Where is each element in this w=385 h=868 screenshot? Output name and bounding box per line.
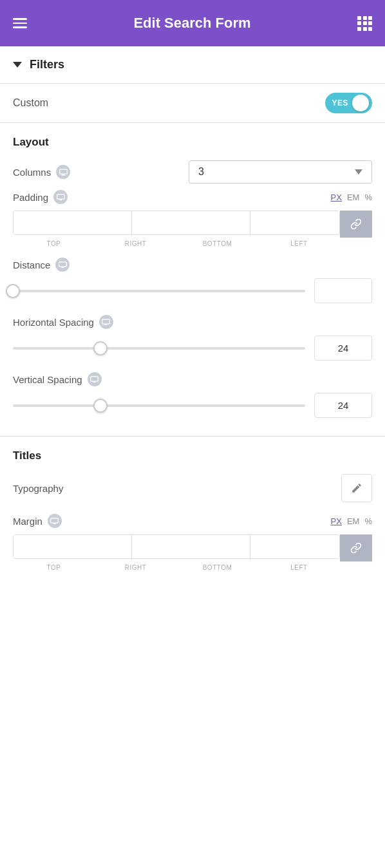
padding-unit-em[interactable]: EM [347, 193, 360, 202]
svg-rect-5 [59, 261, 67, 266]
horizontal-spacing-header-row: Horizontal Spacing [13, 315, 372, 329]
padding-left-label: LEFT [258, 240, 340, 247]
toggle-knob [352, 95, 369, 111]
distance-slider-thumb[interactable] [6, 284, 20, 298]
padding-bottom-input[interactable] [250, 211, 340, 234]
columns-dropdown-arrow-icon [355, 169, 362, 175]
distance-value-input[interactable] [314, 278, 372, 303]
svg-rect-7 [102, 319, 110, 323]
margin-right-input[interactable] [132, 535, 250, 558]
padding-unit-px[interactable]: PX [331, 193, 342, 202]
margin-labels-row: TOP RIGHT BOTTOM LEFT [13, 564, 372, 571]
vertical-spacing-monitor-icon [88, 372, 102, 386]
margin-unit-percent[interactable]: % [364, 516, 372, 526]
distance-label-group: Distance [13, 258, 70, 272]
padding-right-input[interactable] [132, 211, 250, 234]
margin-top-input[interactable] [14, 535, 132, 558]
horizontal-spacing-label-group: Horizontal Spacing [13, 315, 113, 329]
titles-section-title: Titles [13, 449, 372, 462]
margin-unit-selector: PX EM % [331, 516, 372, 526]
svg-rect-0 [59, 169, 67, 173]
margin-unit-px[interactable]: PX [331, 516, 342, 526]
filters-label: Filters [30, 58, 64, 71]
margin-inputs-row [13, 534, 372, 561]
margin-left-label: LEFT [258, 564, 340, 571]
svg-rect-3 [57, 194, 64, 198]
svg-rect-10 [93, 381, 96, 382]
vertical-spacing-slider-row [13, 393, 372, 418]
custom-toggle[interactable]: YES [325, 93, 372, 113]
margin-right-label: RIGHT [95, 564, 176, 571]
svg-rect-11 [51, 518, 59, 522]
margin-inputs-group [13, 534, 340, 559]
horizontal-spacing-slider-row [13, 335, 372, 361]
typography-edit-button[interactable] [341, 474, 372, 502]
distance-slider-row [13, 278, 372, 303]
columns-label-group: Columns [13, 165, 70, 179]
titles-section: Titles Typography Margin PX EM % [0, 437, 385, 588]
filters-chevron-icon [13, 62, 22, 68]
margin-monitor-icon [48, 514, 62, 528]
margin-bottom-label: BOTTOM [176, 564, 258, 571]
margin-unit-em[interactable]: EM [347, 516, 360, 526]
typography-row: Typography [13, 474, 372, 502]
vertical-spacing-slider-track[interactable] [13, 404, 305, 407]
margin-header-row: Margin PX EM % [13, 514, 372, 528]
margin-link-label-spacer [340, 564, 372, 571]
margin-link-button[interactable] [340, 534, 372, 561]
layout-section: Layout Columns 3 Padding [0, 123, 385, 436]
margin-label-group: Margin [13, 514, 62, 528]
padding-inputs-row [13, 211, 372, 238]
link-label-spacer [340, 240, 372, 247]
vertical-spacing-slider-thumb[interactable] [93, 399, 108, 413]
horizontal-spacing-monitor-icon [99, 315, 113, 329]
svg-rect-8 [105, 324, 108, 325]
padding-unit-selector: PX EM % [331, 193, 372, 202]
columns-dropdown[interactable]: 3 [189, 160, 372, 184]
columns-label: Columns [13, 167, 51, 178]
vertical-spacing-value-input[interactable] [314, 393, 372, 418]
svg-rect-4 [59, 199, 62, 200]
padding-right-label: RIGHT [95, 240, 176, 247]
toggle-yes-label: YES [332, 99, 348, 108]
padding-link-button[interactable] [340, 211, 372, 238]
horizontal-spacing-slider-track[interactable] [13, 347, 305, 350]
vertical-spacing-label: Vertical Spacing [13, 374, 82, 385]
horizontal-spacing-slider-thumb[interactable] [93, 341, 108, 355]
padding-label: Padding [13, 192, 48, 203]
columns-monitor-icon [56, 165, 70, 179]
padding-top-label: TOP [13, 240, 95, 247]
padding-header-row: Padding PX EM % [13, 190, 372, 204]
page-title: Edit Search Form [133, 15, 250, 32]
padding-top-input[interactable] [14, 211, 132, 234]
margin-top-label: TOP [13, 564, 95, 571]
distance-slider-track[interactable] [13, 290, 305, 292]
header: Edit Search Form [0, 0, 385, 46]
distance-label: Distance [13, 259, 50, 270]
custom-row: Custom YES [0, 84, 385, 122]
distance-header-row: Distance [13, 258, 372, 272]
svg-rect-2 [61, 175, 66, 176]
padding-bottom-label: BOTTOM [176, 240, 258, 247]
distance-monitor-icon [55, 258, 70, 272]
svg-rect-9 [91, 376, 99, 381]
filters-section-header[interactable]: Filters [0, 46, 385, 83]
svg-rect-6 [61, 267, 64, 267]
padding-unit-percent[interactable]: % [364, 193, 372, 202]
padding-labels-row: TOP RIGHT BOTTOM LEFT [13, 240, 372, 247]
horizontal-spacing-value-input[interactable] [314, 335, 372, 361]
svg-rect-1 [62, 174, 64, 175]
menu-icon[interactable] [13, 18, 27, 28]
columns-row: Columns 3 [13, 160, 372, 184]
vertical-spacing-header-row: Vertical Spacing [13, 372, 372, 386]
svg-rect-12 [53, 523, 56, 524]
horizontal-spacing-label: Horizontal Spacing [13, 317, 94, 328]
margin-label: Margin [13, 516, 42, 527]
vertical-spacing-label-group: Vertical Spacing [13, 372, 102, 386]
padding-inputs-group [13, 211, 340, 235]
custom-label: Custom [13, 97, 48, 109]
apps-icon[interactable] [357, 16, 372, 31]
margin-bottom-input[interactable] [250, 535, 340, 558]
padding-monitor-icon [53, 190, 68, 204]
padding-label-group: Padding [13, 190, 68, 204]
